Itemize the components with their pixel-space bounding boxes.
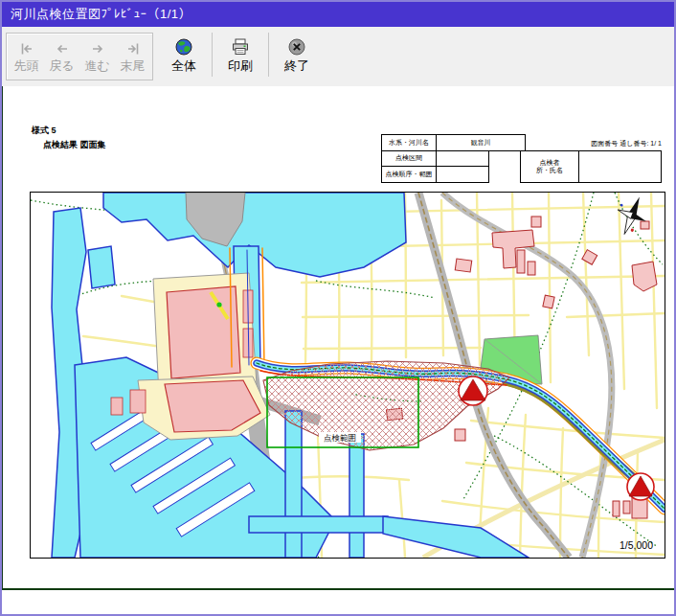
- river-name-label: 水系・河川名: [381, 134, 437, 151]
- map-scale-label: 1/5,000: [620, 539, 653, 551]
- printer-icon: [231, 37, 250, 57]
- nav-last-button[interactable]: 末尾: [115, 34, 150, 79]
- nav-forward-button[interactable]: 進む: [79, 34, 115, 79]
- exit-label: 終了: [284, 59, 309, 72]
- titlebar[interactable]: 河川点検位置図ﾌﾟﾚﾋﾞｭｰ（1/1）: [2, 2, 674, 27]
- inspector-label: 点検者 所・氏名: [520, 150, 579, 183]
- toolbar-separator: [268, 33, 269, 77]
- go-last-arrow-icon: [124, 41, 142, 57]
- print-button[interactable]: 印刷: [219, 33, 261, 77]
- toolbar-separator: [212, 33, 213, 77]
- window-title: 河川点検位置図ﾌﾟﾚﾋﾞｭｰ（1/1）: [11, 6, 192, 23]
- exit-button[interactable]: 終了: [276, 33, 318, 77]
- go-first-arrow-icon: [18, 41, 35, 57]
- inspection-range-label: 点検範囲: [319, 432, 361, 443]
- inspection-section-label: 点検区間: [381, 150, 437, 167]
- app-window: 河川点検位置図ﾌﾟﾚﾋﾞｭｰ（1/1） 先頭 戻る 進む: [0, 0, 676, 616]
- form-title: 点検結果 図面集: [43, 139, 106, 151]
- inspection-order-label: 点検順序・範囲: [381, 166, 437, 183]
- nav-back-button[interactable]: 戻る: [44, 34, 79, 79]
- inspection-order-value: [436, 166, 489, 183]
- location-map: 点検範囲 1/5,000: [30, 192, 665, 559]
- whole-view-button[interactable]: 全体: [163, 33, 205, 77]
- form-code: 様式 5: [32, 125, 56, 137]
- river-name-value: 観音川: [436, 134, 526, 151]
- sheet-number: 図面番号 通し番号: 1/ 1: [528, 139, 662, 148]
- whole-view-label: 全体: [171, 59, 196, 72]
- nav-first-button[interactable]: 先頭: [9, 34, 44, 79]
- toolbar: 先頭 戻る 進む 末尾: [2, 27, 674, 86]
- go-back-arrow-icon: [54, 41, 71, 57]
- nav-button-group: 先頭 戻る 進む 末尾: [6, 33, 153, 80]
- svg-text:点検範囲: 点検範囲: [324, 433, 356, 443]
- print-label: 印刷: [228, 59, 253, 72]
- exit-icon: [287, 37, 306, 57]
- go-forward-arrow-icon: [89, 41, 106, 57]
- inspection-point-marker-1: [459, 376, 487, 405]
- nav-forward-label: 進む: [84, 59, 109, 72]
- nav-back-label: 戻る: [49, 59, 74, 72]
- nav-first-label: 先頭: [14, 59, 39, 72]
- nav-last-label: 末尾: [121, 59, 146, 72]
- inspection-point-marker-2: [627, 473, 654, 500]
- globe-icon: [174, 37, 193, 57]
- bottom-strip: [2, 590, 674, 614]
- map-canvas: 点検範囲 1/5,000: [31, 193, 665, 558]
- preview-area: 様式 5 点検結果 図面集 水系・河川名 観音川 点検区間 点検順序・範囲 図面…: [2, 86, 675, 590]
- inspection-section-value: [436, 150, 489, 167]
- inspector-value: [578, 150, 662, 183]
